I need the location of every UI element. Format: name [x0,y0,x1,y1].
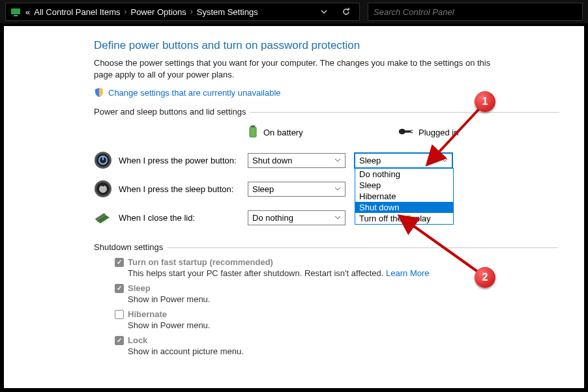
chevron-down-icon [334,186,341,192]
svg-line-14 [429,107,481,163]
content-panel: Define power buttons and turn on passwor… [4,26,584,388]
chevron-right-icon: › [190,7,193,16]
plug-icon [398,128,413,137]
checkbox-hibernate[interactable] [115,310,124,319]
ss-hibernate-label: Hibernate [128,309,167,319]
sleep-button-icon [94,180,112,198]
select-power-battery[interactable]: Shut down [248,153,345,168]
system-icon [10,6,22,18]
checkbox-fast-startup[interactable]: ✓ [115,258,124,267]
section-power-sleep-title: Power and sleep buttons and lid settings [94,107,246,117]
annotation-badge-1: 1 [475,91,495,112]
svg-rect-5 [404,131,411,133]
select-sleep-battery[interactable]: Sleep [248,182,345,197]
dropdown-item-hibernate[interactable]: Hibernate [355,191,453,202]
annotation-arrow-1 [421,103,493,171]
crumb-2[interactable]: System Settings [197,7,258,17]
dropdown-item-shut-down[interactable]: Shut down [355,202,453,213]
annotation-arrow-2 [395,214,486,279]
search-box[interactable] [368,3,583,21]
refresh-button[interactable] [337,3,355,21]
svg-rect-1 [14,15,18,16]
power-button-icon [94,151,112,169]
ss-lock-desc: Show in account picture menu. [128,346,559,356]
shield-icon [94,87,104,98]
svg-rect-6 [411,130,413,132]
row-power-label: When I press the power button: [119,156,248,165]
row-sleep-button: When I press the sleep button: Sleep [94,180,559,198]
top-address-bar: « All Control Panel Items › Power Option… [0,0,588,23]
crumb-1[interactable]: Power Options [130,7,186,17]
change-settings-link[interactable]: Change settings that are currently unava… [108,88,281,98]
row-close-lid: When I close the lid: Do nothing [94,208,559,227]
ss-sleep-label: Sleep [128,283,151,293]
chevron-down-icon [334,157,341,163]
annotation-badge-2: 2 [475,267,495,288]
breadcrumb-bar[interactable]: « All Control Panel Items › Power Option… [5,3,360,21]
ss-fast-startup-label: Turn on fast startup (recommended) [128,257,273,267]
chevron-right-icon: › [124,7,126,16]
svg-rect-3 [250,128,256,137]
battery-icon [248,124,258,141]
back-history-indicator[interactable]: « [25,7,30,17]
crumb-0[interactable]: All Control Panel Items [34,7,120,17]
svg-line-15 [402,217,478,272]
col-battery-label: On battery [263,128,303,137]
row-lid-label: When I close the lid: [119,213,248,223]
ss-lock-label: Lock [128,335,147,345]
column-headers: On battery Plugged in [248,124,559,141]
laptop-lid-icon [94,208,112,227]
ss-item-lock: ✓ Lock Show in account picture menu. [115,335,559,356]
ss-item-sleep: ✓ Sleep Show in Power menu. [115,283,559,304]
search-input[interactable] [374,7,577,17]
ss-hibernate-desc: Show in Power menu. [128,320,559,330]
ss-sleep-desc: Show in Power menu. [128,294,559,304]
row-sleep-label: When I press the sleep button: [119,184,248,194]
chevron-down-icon [334,214,341,221]
svg-rect-7 [411,132,413,133]
checkbox-lock[interactable]: ✓ [115,336,124,345]
page-description: Choose the power settings that you want … [94,57,498,81]
ss-item-hibernate: Hibernate Show in Power menu. [115,309,559,330]
svg-rect-0 [11,8,20,14]
page-title: Define power buttons and turn on passwor… [94,39,559,52]
history-dropdown-button[interactable] [315,3,333,21]
section-shutdown-title: Shutdown settings [94,242,163,252]
dropdown-item-sleep[interactable]: Sleep [355,180,453,191]
select-lid-battery[interactable]: Do nothing [248,210,345,225]
col-on-battery: On battery [248,124,345,141]
checkbox-sleep[interactable]: ✓ [115,284,124,293]
